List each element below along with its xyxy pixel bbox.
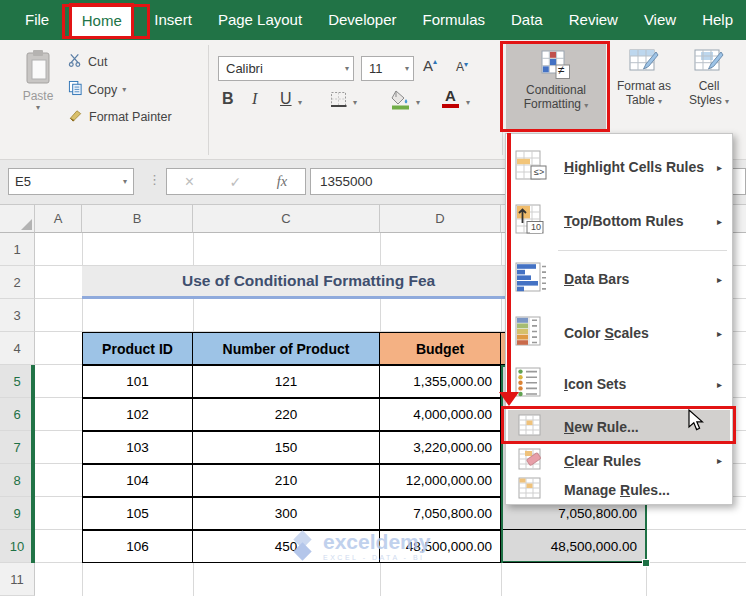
row-header-4[interactable]: 4 [0,332,35,365]
font-color-dropdown-icon[interactable]: ▾ [466,98,470,107]
header-product-id[interactable]: Product ID [82,332,193,365]
tab-help[interactable]: Help [689,0,746,40]
format-painter-brush-icon [68,108,84,126]
font-size-dropdown-icon[interactable]: ▾ [405,64,409,73]
highlight-cells-rules-icon: ≤> [515,148,549,186]
row-header-5[interactable]: 5 [0,365,35,398]
font-color-button[interactable]: A [442,88,459,108]
name-box-dropdown-icon[interactable]: ▾ [123,177,127,186]
cell-b7[interactable]: 103 [82,431,193,464]
cell-styles-button[interactable]: Cell Styles ▾ [680,46,738,107]
menu-item-data-bars[interactable]: Data Bars ▸ [506,252,732,306]
menu-item-color-scales[interactable]: Color Scales ▸ [506,306,732,360]
copy-dropdown-icon[interactable]: ▾ [122,85,126,94]
font-name-value: Calibri [226,61,263,76]
cell-b6[interactable]: 102 [82,398,193,431]
header-number-of-product[interactable]: Number of Product [192,332,380,365]
fill-handle[interactable] [642,559,650,567]
cell-c10[interactable]: 450 [192,530,380,563]
excel-window: File Home Insert Page Layout Developer F… [0,0,746,596]
format-painter-button[interactable]: Format Painter [68,108,172,126]
row-header-2[interactable]: 2 [0,266,35,299]
cell-c6[interactable]: 220 [192,398,380,431]
format-as-table-icon [629,46,659,79]
font-size-value: 11 [369,61,383,76]
cell-e10[interactable]: 48,500,000.00 [503,530,645,563]
row-header-1[interactable]: 1 [0,233,35,266]
col-header-b[interactable]: B [82,205,193,233]
bold-button[interactable]: B [222,90,234,108]
group-divider [502,45,503,155]
shrink-font-label: A [456,60,464,74]
row-header-7[interactable]: 7 [0,431,35,464]
fill-color-dropdown-icon[interactable]: ▾ [416,98,420,107]
col-header-d[interactable]: D [380,205,501,233]
select-all-corner[interactable] [0,205,35,233]
cell-d8[interactable]: 12,000,000.00 [379,464,501,497]
cell-b5[interactable]: 101 [82,365,193,398]
cell-b10[interactable]: 106 [82,530,193,563]
tab-insert[interactable]: Insert [141,0,205,40]
cell-c8[interactable]: 210 [192,464,380,497]
col-header-c[interactable]: C [193,205,380,233]
tab-formulas[interactable]: Formulas [410,0,499,40]
row-header-6[interactable]: 6 [0,398,35,431]
cell-c5[interactable]: 121 [192,365,380,398]
tab-developer[interactable]: Developer [315,0,409,40]
submenu-arrow-icon: ▸ [717,162,722,173]
cell-b8[interactable]: 104 [82,464,193,497]
borders-dropdown-icon[interactable]: ▾ [353,98,357,107]
cut-button[interactable]: Cut [68,52,107,71]
copy-button[interactable]: Copy ▾ [68,80,126,99]
cancel-icon[interactable]: × [185,173,194,191]
tab-file[interactable]: File [12,0,62,40]
menu-item-top-bottom-rules[interactable]: 10 Top/Bottom Rules ▸ [506,194,732,248]
col-header-a[interactable]: A [35,205,82,233]
tab-view[interactable]: View [631,0,689,40]
format-as-table-button[interactable]: Format as Table ▾ [612,46,676,107]
cell-d9[interactable]: 7,050,800.00 [379,497,501,530]
row-header-8[interactable]: 8 [0,464,35,497]
cell-d5[interactable]: 1,355,000.00 [379,365,501,398]
menu-item-new-rule[interactable]: New Rule... [506,410,732,443]
font-name-dropdown-icon[interactable]: ▾ [345,64,349,73]
shrink-font-button[interactable]: A▾ [456,60,468,74]
tab-page-layout[interactable]: Page Layout [205,0,315,40]
table-header-row: Product ID Number of Product Budget [82,332,501,365]
row-header-3[interactable]: 3 [0,299,35,332]
enter-icon[interactable]: ✓ [230,174,242,190]
menu-item-clear-rules[interactable]: Clear Rules ▸ [506,445,732,476]
cell-d6[interactable]: 4,000,000.00 [379,398,501,431]
paste-dropdown-icon[interactable]: ▾ [36,103,40,112]
menu-item-icon-sets[interactable]: Icon Sets ▸ [506,360,732,408]
font-name-combo[interactable]: Calibri ▾ [218,56,354,81]
tab-data[interactable]: Data [498,0,556,40]
underline-button[interactable]: U [280,90,292,108]
row-header-11[interactable]: 11 [0,563,35,596]
cell-d7[interactable]: 3,220,000.00 [379,431,501,464]
borders-button[interactable] [330,91,347,112]
font-size-combo[interactable]: 11 ▾ [361,56,414,81]
cell-b9[interactable]: 105 [82,497,193,530]
formula-bar-grip-icon[interactable]: ⋮ [148,172,161,187]
insert-function-icon[interactable]: fx [277,173,287,190]
row-header-10[interactable]: 10 [0,530,35,563]
header-budget[interactable]: Budget [379,332,501,365]
underline-dropdown-icon[interactable]: ▾ [298,98,302,107]
conditional-formatting-button[interactable]: ≠ Conditional Formatting ▾ [506,44,606,132]
menu-item-highlight-cells-rules[interactable]: ≤> Highlight Cells Rules ▸ [506,140,732,194]
grow-font-button[interactable]: A▴ [423,57,437,74]
paste-button[interactable]: Paste ▾ [12,48,64,112]
cell-c9[interactable]: 300 [192,497,380,530]
submenu-arrow-icon: ▸ [717,328,722,339]
tab-home[interactable]: Home [69,3,134,39]
cell-d10[interactable]: 48,500,000.00 [379,530,501,563]
clear-rules-icon [518,447,542,475]
name-box[interactable]: E5 ▾ [8,168,134,195]
row-header-9[interactable]: 9 [0,497,35,530]
tab-review[interactable]: Review [556,0,631,40]
italic-button[interactable]: I [252,90,257,108]
cell-c7[interactable]: 150 [192,431,380,464]
menu-item-manage-rules[interactable]: Manage Rules... [506,476,732,504]
fill-color-button[interactable] [390,88,412,114]
